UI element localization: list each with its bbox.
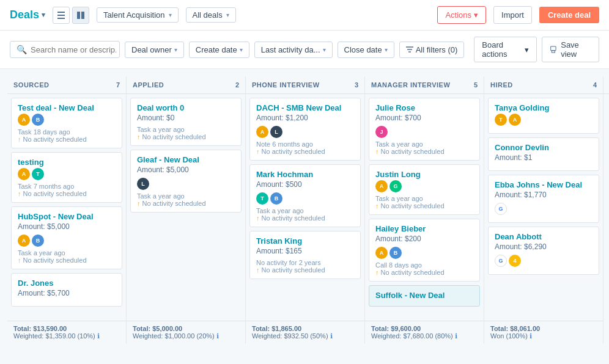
list-view-button[interactable] [53, 7, 70, 24]
save-view-label: Save view [561, 40, 591, 59]
col-header-applied: APPLIED 2 [127, 76, 245, 94]
card-title[interactable]: Test deal - New Deal [18, 103, 116, 112]
deal-card[interactable]: Ebba Johns - New Deal Amount: $1,770 G [488, 175, 599, 223]
view-toggle [53, 7, 89, 24]
card-title[interactable]: Deal worth 0 [137, 103, 235, 112]
view-label: All deals [193, 10, 223, 20]
deal-card[interactable]: Deal worth 0 Amount: $0 Task a year ago … [130, 98, 242, 146]
deal-card[interactable]: Gleaf - New Deal Amount: $5,000 L Task a… [130, 150, 242, 213]
card-title[interactable]: DACH - SMB New Deal [256, 103, 354, 112]
save-icon [550, 46, 557, 53]
info-icon[interactable]: ℹ [455, 332, 457, 340]
deal-owner-filter[interactable]: Deal owner ▾ [125, 42, 184, 58]
board-view-button[interactable] [72, 7, 89, 24]
search-input[interactable] [31, 45, 116, 54]
col-total: Total: $9,600.00 [371, 325, 478, 332]
card-avatars: AG [375, 180, 473, 192]
avatar: G [389, 180, 402, 192]
close-date-filter[interactable]: Close date ▾ [338, 42, 394, 58]
card-title[interactable]: testing [18, 158, 116, 167]
card-meta1: Note 6 months ago [256, 140, 354, 148]
svg-rect-9 [552, 51, 555, 53]
app-title[interactable]: Deals ▾ [10, 9, 45, 21]
card-title[interactable]: Justin Long [375, 170, 473, 179]
column-phone: PHONE INTERVIEW 3 DACH - SMB New Deal Am… [246, 76, 365, 344]
col-count-sourced: 7 [116, 81, 120, 89]
card-meta2: ↑ No activity scheduled [375, 202, 473, 209]
card-title[interactable]: Tanya Golding [495, 103, 592, 112]
card-meta1: Call 8 days ago [375, 261, 473, 269]
create-date-chevron-icon: ▾ [240, 46, 243, 53]
col-weighted: Won (100%) ℹ [490, 332, 597, 340]
col-count-hired: 4 [593, 81, 597, 89]
card-meta1: Task a year ago [256, 207, 354, 214]
column-hired: HIRED 4 Tanya Golding TA Connor Devlin A… [484, 76, 603, 344]
save-view-button[interactable]: Save view [542, 37, 599, 62]
deal-card[interactable]: Test deal - New Deal AB Task 18 days ago… [11, 98, 122, 148]
search-box[interactable]: 🔍 [10, 41, 120, 58]
col-cards-hired: Tanya Golding TA Connor Devlin Amount: $… [484, 94, 603, 321]
import-button[interactable]: Import [493, 6, 532, 24]
card-title[interactable]: HubSpot - New Deal [18, 212, 116, 221]
col-total: Total: $13,590.00 [13, 325, 120, 332]
avatar: A [18, 168, 30, 180]
column-closed: CLOS... [603, 76, 609, 344]
card-amount: Amount: $5,000 [18, 222, 116, 231]
col-header-hired: HIRED 4 [484, 76, 603, 94]
card-title[interactable]: Suffolk - New Deal [375, 291, 473, 300]
deal-card[interactable]: testing AT Task 7 months ago ↑ No activi… [11, 152, 122, 203]
card-meta2: ↑ No activity scheduled [256, 148, 354, 155]
card-avatars: TA [495, 114, 592, 126]
info-icon[interactable]: ℹ [216, 332, 219, 340]
col-title-applied: APPLIED [133, 81, 164, 89]
card-title[interactable]: Gleaf - New Deal [137, 155, 235, 164]
info-icon[interactable]: ℹ [330, 332, 333, 340]
filter-icon [406, 46, 413, 53]
avatar: G [495, 255, 507, 267]
card-title[interactable]: Ebba Johns - New Deal [495, 180, 592, 189]
actions-button[interactable]: Actions ▾ [437, 6, 486, 24]
info-icon[interactable]: ℹ [97, 332, 100, 340]
deal-card[interactable]: Tanya Golding TA [488, 98, 599, 134]
deal-card[interactable]: Dr. Jones Amount: $5,700 [11, 273, 122, 307]
card-avatars: J [375, 126, 473, 138]
deal-card[interactable]: Hailey Bieber Amount: $200 AB Call 8 day… [369, 219, 480, 282]
deal-card[interactable]: Suffolk - New Deal [369, 285, 480, 307]
card-meta2: ↑ No activity scheduled [18, 190, 116, 197]
svg-rect-3 [77, 12, 80, 19]
close-date-chevron-icon: ▾ [385, 46, 388, 53]
card-title[interactable]: Tristan King [256, 236, 354, 246]
deal-card[interactable]: HubSpot - New Deal Amount: $5,000 AB Tas… [11, 206, 122, 269]
create-deal-button[interactable]: Create deal [539, 7, 599, 23]
view-dropdown[interactable]: All deals ▾ [186, 7, 236, 23]
col-weighted: Weighted: $932.50 (50%) ℹ [252, 332, 358, 340]
last-activity-chevron-icon: ▾ [323, 46, 326, 53]
column-applied: APPLIED 2 Deal worth 0 Amount: $0 Task a… [127, 76, 246, 344]
deal-card[interactable]: DACH - SMB New Deal Amount: $1,200 AL No… [249, 98, 361, 161]
deal-card[interactable]: Julie Rose Amount: $700 J Task a year ag… [369, 98, 480, 161]
last-activity-filter[interactable]: Last activity da... ▾ [254, 42, 333, 58]
avatar: B [389, 247, 402, 259]
actions-chevron-icon: ▾ [474, 10, 478, 20]
create-date-filter[interactable]: Create date ▾ [189, 42, 249, 58]
deal-card[interactable]: Mark Hochman Amount: $500 TB Task a year… [249, 164, 361, 227]
card-title[interactable]: Dr. Jones [18, 278, 116, 288]
card-title[interactable]: Connor Devlin [495, 143, 592, 152]
avatar: B [32, 235, 44, 247]
svg-rect-8 [551, 46, 556, 51]
pipeline-dropdown[interactable]: Talent Acquisition ▾ [97, 7, 178, 23]
deal-card[interactable]: Tristan King Amount: $165 No activity fo… [249, 231, 361, 279]
column-manager: MANAGER INTERVIEW 5 Julie Rose Amount: $… [365, 76, 484, 344]
card-title[interactable]: Dean Abbott [495, 232, 592, 241]
card-avatars: L [137, 178, 235, 190]
card-title[interactable]: Hailey Bieber [375, 224, 473, 233]
deal-card[interactable]: Justin Long AG Task a year ago ↑ No acti… [369, 164, 480, 215]
deal-card[interactable]: Connor Devlin Amount: $1 [488, 137, 599, 171]
info-icon[interactable]: ℹ [530, 332, 532, 340]
card-title[interactable]: Julie Rose [375, 103, 473, 112]
deal-card[interactable]: Dean Abbott Amount: $6,290 G4 [488, 227, 599, 275]
avatar: A [375, 180, 388, 192]
all-filters-button[interactable]: All filters (0) [399, 42, 465, 58]
card-title[interactable]: Mark Hochman [256, 170, 354, 179]
board-actions-button[interactable]: Board actions ▾ [474, 37, 537, 62]
